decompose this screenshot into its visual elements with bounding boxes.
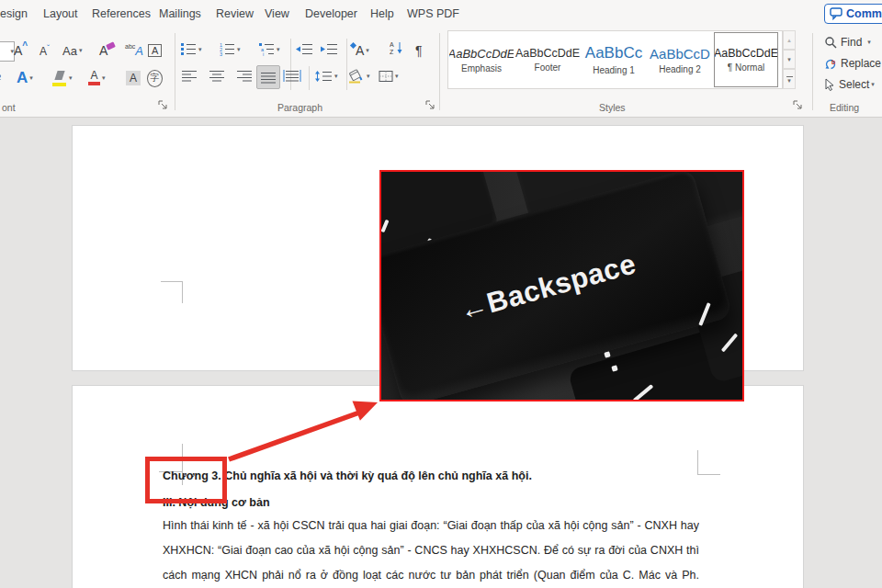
enclose-characters-button[interactable]: 字 [147,68,163,88]
line-spacing-icon [314,70,333,83]
sort-button[interactable]: AZ [390,40,404,55]
styles-scroll-down[interactable]: ▾ [783,50,796,69]
superscript-button[interactable]: x² [0,70,1,88]
annotation-rectangle [145,457,227,503]
crop-mark-page1-bottom-left-v [182,281,183,303]
styles-dialog-launcher[interactable] [793,100,803,110]
sort-icon: AZ [390,40,404,55]
word-window: esign Layout References Mailings Review … [0,0,882,588]
clear-formatting-button[interactable]: A [99,40,115,61]
grow-font-button[interactable]: A^ [14,40,28,61]
justify-icon [260,72,277,84]
styles-gallery-more[interactable]: ▾ [783,69,796,89]
doc-body-line[interactable]: Hình thái kinh tế - xã hội CSCN trải qua… [163,517,699,534]
style-footer[interactable]: AaBbCcDdE Footer [515,32,580,87]
character-shading-button[interactable]: A [126,68,141,88]
distributed-icon [283,70,301,82]
shrink-font-button[interactable]: Aˇ [40,42,50,61]
tab-help[interactable]: Help [370,7,394,20]
text-effects-button[interactable]: A▾ [17,67,33,89]
justify-button-selected[interactable] [256,65,280,89]
borders-button[interactable]: ▾ [379,70,399,83]
doc-body-line[interactable]: cách mạng XHCN phải nổ ra ở đồng loạt cá… [163,567,699,583]
svg-text:i: i [263,51,264,56]
backspace-key-image[interactable]: ←Backspace [379,170,744,401]
paint-bucket-icon [347,68,365,84]
font-dialog-launcher[interactable] [158,100,168,110]
text-highlight-button[interactable]: ▾ [52,67,73,89]
font-color-button[interactable]: A▾ [88,67,106,89]
crop-mark-page2-top-right [697,474,720,475]
svg-text:b: b [831,59,835,65]
svg-text:Z: Z [390,49,394,55]
group-separator [439,33,440,110]
doc-body-line[interactable]: XHXHCN: “Giai đoạn cao của xã hội cộng s… [163,542,699,559]
increase-indent-icon [320,42,338,56]
highlighter-icon [52,71,67,86]
font-group-label: ont [2,102,16,113]
align-left-button[interactable] [181,70,198,82]
show-formatting-marks-button[interactable]: ¶ [415,40,423,61]
group-separator [812,33,813,110]
tab-wps-pdf[interactable]: WPS PDF [407,7,459,20]
shading-button[interactable]: ▾ [347,68,370,84]
tab-layout[interactable]: Layout [43,7,78,20]
multilevel-list-button[interactable]: ai▾ [259,42,280,56]
paragraph-dialog-launcher[interactable] [425,100,435,110]
tab-design-partial[interactable]: esign [0,7,28,20]
decrease-indent-button[interactable] [295,42,313,56]
comments-button-label: Comm [846,7,882,20]
tab-references[interactable]: References [92,7,151,20]
select-button[interactable]: Select▾ [824,78,875,91]
editing-group-label: Editing [830,102,859,113]
comments-button[interactable]: Comm [824,4,882,24]
styles-group-label: Styles [599,102,626,113]
backspace-key-label: ←Backspace [456,247,639,328]
tab-mailings[interactable]: Mailings [159,7,201,20]
separator [309,66,310,90]
separator [290,39,291,90]
asian-layout-button[interactable]: A▾ [351,40,369,61]
cursor-arrow-icon [824,78,835,91]
tab-review[interactable]: Review [216,7,254,20]
svg-text:A: A [390,41,394,48]
increase-indent-button[interactable] [320,42,338,56]
character-border-button[interactable]: A [148,41,162,60]
multilevel-list-icon: ai [259,42,275,56]
crop-mark-page2-top-right-v [697,450,698,475]
align-left-icon [181,70,198,82]
change-case-button[interactable]: Aa▾ [62,40,82,61]
style-heading-1[interactable]: AaBbCc Heading 1 [582,32,646,87]
comment-bubble-icon [830,7,843,20]
replace-icon: b [824,57,837,70]
group-separator [175,33,175,110]
styles-scroll-up[interactable]: ▴ [783,30,796,50]
svg-text:3: 3 [220,51,222,56]
tab-view[interactable]: View [265,7,289,20]
font-size-combo[interactable]: ▾ [0,41,15,62]
search-icon [824,36,837,49]
align-right-icon [236,70,253,82]
style-emphasis[interactable]: AaBbCcDdE Emphasis [449,32,514,87]
align-center-button[interactable] [209,70,225,82]
numbered-list-button[interactable]: 123▾ [220,42,241,56]
find-button[interactable]: Find▾ [824,36,871,49]
style-heading-2[interactable]: AaBbCcD Heading 2 [648,32,712,87]
tab-developer[interactable]: Developer [305,7,357,20]
bullet-list-icon [181,42,197,56]
decrease-indent-icon [295,42,313,56]
line-spacing-button[interactable]: ▾ [314,70,338,83]
replace-button[interactable]: b Replace [824,57,881,70]
crop-mark-page1-bottom-left [161,281,183,282]
bullet-list-button[interactable]: ▾ [181,42,202,56]
phonetic-guide-button[interactable]: abcA [125,40,143,61]
borders-grid-icon [379,70,393,83]
style-normal-selected[interactable]: AaBbCcDdE ¶ Normal [714,32,778,87]
paragraph-group-label: Paragraph [277,102,322,113]
key-glyph-colon-dot [604,351,610,357]
numbered-list-icon: 123 [220,42,235,56]
distributed-button[interactable] [283,70,301,82]
align-center-icon [209,70,225,82]
align-right-button[interactable] [236,70,253,82]
